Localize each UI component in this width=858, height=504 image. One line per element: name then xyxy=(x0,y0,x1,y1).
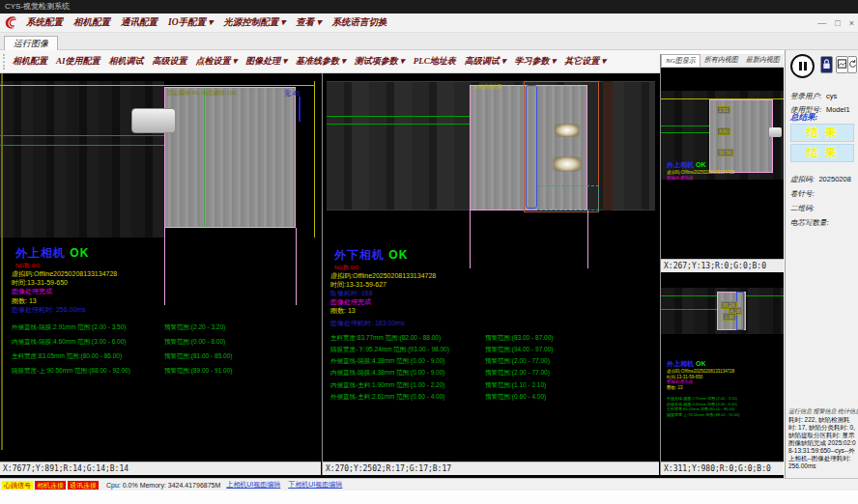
minimize-button[interactable]: — xyxy=(817,18,826,28)
thumb-tab-all-views[interactable]: 所有内视图 xyxy=(701,54,742,67)
machine-edge xyxy=(603,81,613,210)
measure-value: 外侧直线-主料:2.61mm 范围:(0.60 - 4.00) xyxy=(330,393,444,400)
lower-camera-ui-edit-link[interactable]: 下相机UI视图编辑 xyxy=(288,480,342,490)
menu-language-switch[interactable]: 系统语言切换 xyxy=(332,16,387,29)
ok-status-label: OK xyxy=(696,161,706,168)
mini-result-block: 外上相机 OK 虚拟码:Offline20250208133134728 时间:… xyxy=(667,359,734,390)
tool-baseline-params[interactable]: 基准线参数 ▾ xyxy=(296,55,346,68)
tool-plc-address[interactable]: PLC地址表 xyxy=(414,55,456,68)
thumb-bottom-coordinate-bar: X:311;Y:980;R:0;G:0;B:0 xyxy=(661,462,784,475)
camera-name-label: 外上相机 xyxy=(667,161,694,168)
tool-advanced-settings[interactable]: 高级设置 xyxy=(153,55,187,68)
warn-range: 预警范围:(1.10 - 2.10) xyxy=(485,381,546,390)
comm-connect-badge: 通讯连接 xyxy=(68,481,99,490)
model-value: Model1 xyxy=(826,105,850,114)
measurement-row: 主料宽度:83.05mm 范围:(80.00 - 86.00) 预警范围:(81… xyxy=(12,352,311,361)
warn-range: 预警范围:(89.00 - 91.00) xyxy=(164,367,232,376)
measure-line xyxy=(327,116,472,117)
thumb-top-coordinate-bar: X:267;Y:13;R:0;G:0;B:0 xyxy=(661,259,784,272)
refresh-button[interactable] xyxy=(847,56,857,73)
lock-button[interactable] xyxy=(820,56,833,73)
info-tabs[interactable]: 运行信息 报警信息 统计信息 xyxy=(788,407,858,416)
thumb-view-bottom[interactable]: 95.24 4.38 1.90 外上相机 OK 虚拟码:Offline20250… xyxy=(661,274,784,462)
measurement-row: 内侧直线-隔膜:4.60mm 范围:(3.00 - 6.00) 预警范围:(0.… xyxy=(12,338,311,347)
measurement-row: 主料宽度:83.77mm 范围:(82.00 - 88.00) 预警范围:(83… xyxy=(330,334,655,343)
cell-count-row: 电芯写数量: xyxy=(790,211,829,229)
tool-test-params[interactable]: 测试项参数 ▾ xyxy=(355,55,405,68)
tab-run-image[interactable]: 运行图像 xyxy=(4,36,58,51)
app-logo-icon xyxy=(3,15,20,31)
warn-range: 预警范围:(2.00 - 77.00) xyxy=(485,369,550,378)
tool-advanced-debug[interactable]: 高级调试 ▾ xyxy=(465,55,506,68)
tool-camera-debug[interactable]: 相机调试 xyxy=(109,55,144,68)
measure-value: 内侧直线-隔膜:4.38mm 范围:(0.00 - 9.00) xyxy=(330,369,444,376)
measurement-row: 隔膜宽度-下:95.24mm 范围:(93.00 - 98.00) 预警范围:(… xyxy=(330,346,655,354)
product-region: 固定阈值:93, 动态阈值:100 xyxy=(164,87,296,228)
menu-light-config[interactable]: 光源控制配置 ▾ xyxy=(223,16,285,29)
camera-result-title: 外上相机 OK xyxy=(15,245,89,262)
menu-camera-config[interactable]: 相机配置 xyxy=(73,16,110,29)
maximize-button[interactable]: □ xyxy=(835,18,840,28)
camera-connect-badge: 相机连接 xyxy=(35,481,66,490)
measurement-row: 内侧直线-隔膜:4.38mm 范围:(0.00 - 9.00) 预警范围:(2.… xyxy=(330,369,655,378)
menu-comm-config[interactable]: 通讯配置 xyxy=(121,16,157,29)
app-window: CYS-视觉检测系统 系统配置 相机配置 通讯配置 IO手配置 ▾ 光源控制配置… xyxy=(0,0,858,504)
mini-count: 圈数: 13 xyxy=(667,385,734,391)
cpu-memory-label: Cpu: 0.0% Memory: 3424.41796875M xyxy=(106,482,220,489)
measurement-row: 外侧直线-隔膜:4.38mm 范围:(0.00 - 9.00) 预警范围:(2.… xyxy=(330,357,655,366)
roi-line xyxy=(164,228,165,305)
threshold-label: 固定阈值:93, 动态阈值:100 xyxy=(167,89,236,98)
pause-button[interactable] xyxy=(790,54,815,78)
roi-line xyxy=(587,210,588,268)
measure-value: 隔膜宽度-上:90.56mm 范围:(88.00 - 92.00) xyxy=(12,367,130,374)
window-title: CYS-视觉检测系统 xyxy=(5,2,70,11)
image-icon xyxy=(837,57,847,71)
cell-count-label: 电芯写数量: xyxy=(790,218,829,227)
measure-value: 主料宽度:83.05mm 范围:(80.00 - 86.00) xyxy=(12,352,122,359)
tab-component xyxy=(131,108,176,133)
warn-range: 预警范围:(0.00 - 8.00) xyxy=(164,338,225,347)
upper-camera-ui-edit-link[interactable]: 上相机UI视图编辑 xyxy=(226,480,280,490)
tool-image-processing[interactable]: 图像处理 ▾ xyxy=(245,55,287,68)
menu-system-config[interactable]: 系统配置 xyxy=(26,16,63,29)
thumb-view-top[interactable]: 2.91 4.60 90.56 外上相机 OK 虚拟码:Offline20250… xyxy=(661,68,784,259)
tool-spot-check[interactable]: 点检设置 ▾ xyxy=(196,55,238,68)
process-time-label: 图像处理耗时: 183.00ms xyxy=(330,319,405,328)
measure-line xyxy=(327,124,472,125)
thumb-tab-bar: NG图显示 所有内视图 最新内视图 xyxy=(661,54,784,68)
mini-barcode: 虚拟码:Offline20250208133134728 xyxy=(667,369,734,375)
roi-line xyxy=(296,228,297,305)
mini-done: 图像处理完成 xyxy=(667,176,734,182)
toolbar-grip xyxy=(3,54,8,70)
tool-learning-params[interactable]: 学习参数 ▾ xyxy=(514,55,556,68)
menu-view[interactable]: 查看 ▾ xyxy=(296,16,321,29)
tool-camera-config[interactable]: 相机配置 xyxy=(13,55,47,68)
document-tab-bar: 运行图像 xyxy=(0,33,858,50)
measurement-row: 内侧直线-主料:1.90mm 范围:(1.00 - 2.20) 预警范围:(1.… xyxy=(330,381,655,390)
measure-value: 主料宽度:83.77mm 范围:(82.00 - 88.00) xyxy=(330,334,441,341)
edge-guide-line xyxy=(1,73,3,450)
virtual-code-value: 20250208 xyxy=(818,175,850,183)
result-display-2: 结 果 xyxy=(790,144,854,162)
window-controls: — □ × xyxy=(817,14,854,33)
left-coordinate-bar: X:7677;Y:891;R:14;G:14;B:14 xyxy=(0,462,321,475)
heartbeat-status-badge: 心跳信号 xyxy=(2,481,33,490)
camera-view-outer-upper[interactable]: 固定阈值:93, 动态阈值:100 宽:46 外上相机 OK NG数:0/0 虚… xyxy=(0,73,321,462)
measure-value: 内侧直线-隔膜:4.60mm 范围:(3.00 - 6.00) xyxy=(12,338,126,345)
result-display-1: 结 果 xyxy=(790,124,854,142)
thumb-tab-latest-views[interactable]: 最新内视图 xyxy=(742,54,784,67)
camera-name-label: 外上相机 xyxy=(667,360,694,367)
tool-other-settings[interactable]: 其它设置 ▾ xyxy=(564,55,606,68)
pause-icon xyxy=(799,62,802,70)
mini-measure-list: 外侧直线-隔膜:2.91mm 范围:(2.00 - 3.50) 内侧直线-隔膜:… xyxy=(667,396,783,417)
ai-result-label: AI绘制结果 xyxy=(473,83,502,92)
close-button[interactable]: × xyxy=(849,18,854,28)
tool-ai-usage-config[interactable]: AI使用配置 xyxy=(56,55,100,68)
measure-line xyxy=(661,309,719,310)
camera-view-outer-lower[interactable]: AI绘制结果 外下相机 OK NG数:0/0 虚拟码:Offline202502… xyxy=(323,73,659,462)
thumb-tab-ng-display[interactable]: NG图显示 xyxy=(661,54,701,67)
menu-io-config[interactable]: IO手配置 ▾ xyxy=(168,16,213,29)
roi-box xyxy=(526,85,537,209)
machine-image xyxy=(0,81,164,238)
measure-line xyxy=(204,88,205,227)
